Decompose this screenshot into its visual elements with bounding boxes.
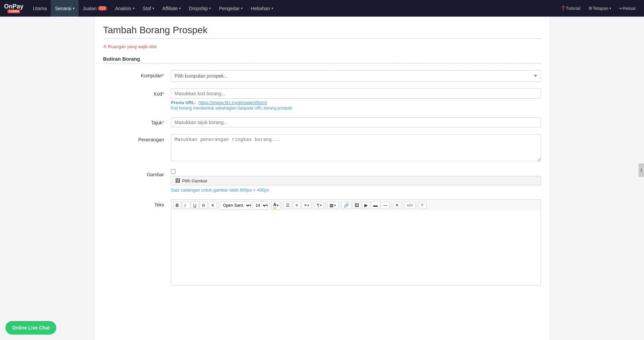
- nav-tetapan[interactable]: ⚙ Tetapan ▾: [584, 0, 615, 17]
- toolbar-video[interactable]: ▶: [362, 202, 370, 209]
- para-caret: ▾: [320, 203, 322, 207]
- form-group-kod: Kod* Previu URL: https://onpay.firz.my/p…: [103, 88, 541, 111]
- nav-staf[interactable]: Staf ▾: [139, 0, 158, 17]
- navbar: OnPay ADMIN Utama Senarai ▾ Jualan 233 A…: [0, 0, 644, 17]
- toolbar-strikethrough[interactable]: S: [200, 202, 208, 209]
- sidebar-right-toggle[interactable]: ❮: [639, 163, 644, 177]
- nav-analisis[interactable]: Analisis ▾: [111, 0, 138, 17]
- toolbar-underline[interactable]: U: [191, 202, 199, 209]
- kumpulan-select[interactable]: Pilih kumpulan prospek...: [171, 70, 541, 82]
- teks-editor-body[interactable]: [171, 211, 541, 285]
- label-tajuk: Tajuk*: [103, 117, 171, 125]
- form-group-gambar: Gambar 🖼 Pilih Gambar Saiz cadangan untu…: [103, 169, 541, 193]
- toolbar-table[interactable]: ▦ ▾: [327, 202, 338, 209]
- kod-input[interactable]: [171, 88, 541, 99]
- sidebar-right-icon: ❮: [640, 168, 643, 172]
- penerangan-textarea[interactable]: [171, 134, 541, 161]
- saiz-text: Saiz cadangan untuk gambar ialah 800px ×…: [171, 187, 541, 193]
- teks-editor-wrap: B I U S ✕ Open Sans ▾ 14 ▾ A: [171, 199, 541, 285]
- nav-pengedar[interactable]: Pengedar ▾: [215, 0, 247, 17]
- toolbar-eraser[interactable]: ✕: [208, 202, 217, 209]
- toolbar-code[interactable]: </>: [404, 202, 416, 209]
- nav-affiliate[interactable]: Affiliate ▾: [158, 0, 185, 17]
- toolbar-color[interactable]: A ▾: [271, 201, 280, 209]
- color-caret: ▾: [277, 203, 279, 207]
- preview-url-row: Previu URL: https://onpay.firz.my/prospe…: [171, 100, 541, 105]
- toolbar-sep-8: [403, 202, 403, 209]
- jualan-badge: 233: [98, 6, 107, 11]
- nav-keluar[interactable]: ↩ Keluar: [615, 0, 640, 17]
- brand-badge: ADMIN: [7, 9, 20, 13]
- nav-hebahan[interactable]: Hebahan ▾: [247, 0, 277, 17]
- toolbar-italic[interactable]: I: [182, 202, 190, 209]
- toolbar-minus[interactable]: —: [381, 202, 390, 209]
- required-note: ❊ Ruangan yang wajib diisi: [103, 44, 541, 49]
- brand-name: OnPay: [4, 3, 23, 9]
- affiliate-caret: ▾: [179, 6, 181, 10]
- toolbar-ul[interactable]: ☰: [283, 202, 292, 209]
- toolbar-sep-9: [417, 202, 417, 209]
- dropship-caret: ▾: [209, 6, 211, 10]
- analisis-caret: ▾: [133, 6, 135, 10]
- kod-note: Kod borang membentuk sebahagian daripada…: [171, 106, 292, 111]
- editor-toolbar: B I U S ✕ Open Sans ▾ 14 ▾ A: [171, 199, 541, 211]
- section-divider: [103, 63, 541, 63]
- gambar-checkbox[interactable]: [171, 169, 176, 174]
- label-penerangan: Penerangan: [103, 134, 171, 142]
- form-group-tajuk: Tajuk*: [103, 117, 541, 127]
- align-caret: ▾: [307, 203, 309, 207]
- nav-utama[interactable]: Utama: [29, 0, 51, 17]
- tajuk-wrap: [171, 117, 541, 127]
- fontsize-caret: ▾: [266, 203, 268, 207]
- hebahan-caret: ▾: [271, 6, 273, 10]
- toolbar-image[interactable]: 🖼: [352, 202, 361, 209]
- label-kumpulan: Kumpulan*: [103, 70, 171, 78]
- toolbar-help[interactable]: ?: [419, 202, 427, 209]
- toolbar-sep-4: [313, 202, 313, 209]
- toolbar-sep-7: [391, 202, 391, 209]
- toolbar-align[interactable]: ≡ ▾: [302, 202, 311, 209]
- nav-senarai[interactable]: Senarai ▾: [51, 0, 78, 17]
- form-group-penerangan: Penerangan: [103, 134, 541, 162]
- toolbar-cancel[interactable]: ✕: [393, 202, 401, 209]
- form-group-teks: Teks B I U S ✕ Open Sans ▾ 14 ▾: [103, 199, 541, 285]
- gambar-checkbox-row: [171, 169, 541, 174]
- toolbar-link[interactable]: 🔗: [341, 202, 351, 209]
- section-title: Butiran Borang: [103, 56, 541, 62]
- penerangan-wrap: [171, 134, 541, 162]
- toolbar-sep-1: [218, 202, 219, 209]
- font-caret: ▾: [249, 203, 251, 207]
- brand-logo[interactable]: OnPay ADMIN: [4, 3, 23, 13]
- table-caret: ▾: [334, 203, 336, 207]
- label-kod: Kod*: [103, 88, 171, 97]
- toolbar-sep-5: [325, 202, 326, 209]
- senarai-caret: ▾: [73, 6, 75, 10]
- toolbar-sep-3: [282, 202, 282, 209]
- main-content: Tambah Borang Prospek ❊ Ruangan yang waj…: [95, 17, 549, 340]
- page-title: Tambah Borang Prospek: [103, 25, 541, 36]
- toolbar-hr[interactable]: ▬: [371, 202, 380, 209]
- tajuk-input[interactable]: [171, 117, 541, 127]
- gambar-wrap: 🖼 Pilih Gambar Saiz cadangan untuk gamba…: [171, 169, 541, 193]
- page-divider: [103, 38, 541, 39]
- toolbar-ol[interactable]: ≡: [293, 202, 301, 209]
- nav-jualan[interactable]: Jualan 233: [79, 0, 111, 17]
- toolbar-font-select[interactable]: Open Sans: [220, 201, 251, 209]
- kumpulan-wrap: Pilih kumpulan prospek...: [171, 70, 541, 82]
- nav-tutorial[interactable]: ❓ Tutorial: [556, 0, 584, 17]
- toolbar-sep-6: [340, 202, 340, 209]
- toolbar-para[interactable]: ¶ ▾: [315, 202, 324, 209]
- nav-dropship[interactable]: Dropship ▾: [185, 0, 215, 17]
- toolbar-bold[interactable]: B: [173, 202, 181, 209]
- label-gambar: Gambar: [103, 169, 171, 177]
- form-group-kumpulan: Kumpulan* Pilih kumpulan prospek...: [103, 70, 541, 82]
- staf-caret: ▾: [153, 6, 154, 10]
- pilih-gambar-button[interactable]: 🖼 Pilih Gambar: [171, 176, 541, 185]
- live-chat-button[interactable]: Online Live Chat: [5, 321, 56, 335]
- toolbar-sep-2: [270, 202, 270, 209]
- label-teks: Teks: [103, 199, 171, 207]
- pengedar-caret: ▾: [241, 6, 243, 10]
- preview-url-link[interactable]: https://onpay.firz.my/prospect/form/: [199, 100, 267, 105]
- color-a-icon: A: [273, 202, 276, 208]
- toolbar-fontsize-select[interactable]: 14: [253, 201, 267, 209]
